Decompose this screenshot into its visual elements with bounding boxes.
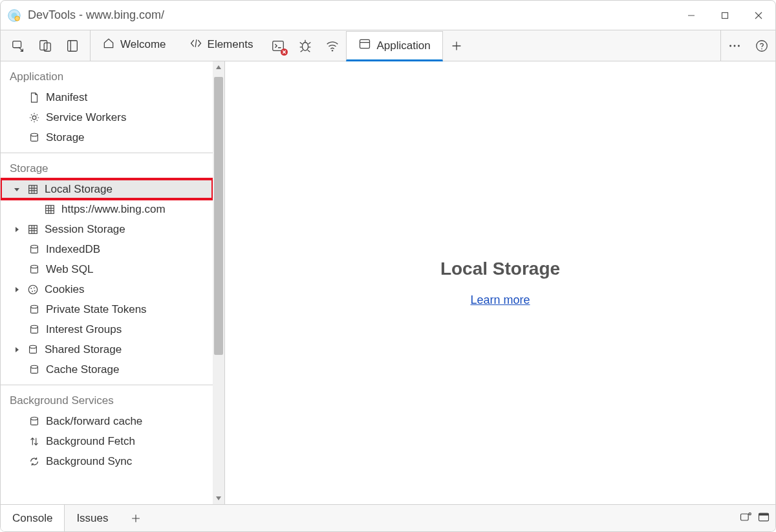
- device-emulation-icon[interactable]: [32, 30, 59, 61]
- svg-point-51: [30, 288, 32, 289]
- dock-side-icon[interactable]: [757, 511, 770, 526]
- sidebar-section-storage: Storage Local Storage https://www.bing.c…: [1, 153, 213, 379]
- svg-point-47: [31, 245, 38, 248]
- svg-marker-61: [216, 65, 221, 69]
- disclosure-triangle-collapsed-icon[interactable]: [12, 285, 21, 294]
- tab-welcome-label: Welcome: [120, 38, 166, 51]
- gear-icon: [28, 112, 41, 123]
- debugger-icon[interactable]: [292, 30, 319, 61]
- drawer-tab-console-label: Console: [12, 512, 52, 525]
- new-tab-icon[interactable]: [443, 30, 470, 61]
- application-icon: [358, 37, 371, 54]
- database-icon: [28, 264, 41, 275]
- sidebar-item-local-storage[interactable]: Local Storage: [1, 179, 213, 199]
- sidebar-item-indexeddb-label: IndexedDB: [46, 243, 100, 256]
- sidebar-scrollbar[interactable]: [213, 61, 224, 504]
- tab-elements[interactable]: Elements: [178, 30, 265, 61]
- window-title: DevTools - www.bing.com/: [28, 8, 164, 22]
- svg-marker-30: [14, 188, 19, 191]
- sidebar-section-application: Application Manifest Service Workers: [1, 61, 213, 147]
- sidebar-item-background-sync[interactable]: Background Sync: [1, 451, 213, 471]
- sidebar-item-interest-groups[interactable]: Interest Groups: [1, 319, 213, 339]
- sidebar-item-shared-storage[interactable]: Shared Storage: [1, 339, 213, 359]
- database-icon: [28, 132, 41, 144]
- svg-point-27: [761, 48, 762, 49]
- sidebar-item-local-storage-label: Local Storage: [45, 183, 113, 196]
- application-sidebar: Application Manifest Service Workers: [1, 61, 225, 504]
- more-options-icon[interactable]: [721, 30, 748, 61]
- svg-point-23: [729, 45, 731, 47]
- content-pane: Local Storage Learn more: [225, 61, 775, 504]
- devtools-app-icon: [7, 8, 21, 23]
- table-grid-icon: [43, 204, 56, 215]
- help-icon[interactable]: [748, 30, 775, 61]
- svg-line-12: [195, 39, 197, 47]
- svg-rect-42: [29, 225, 38, 233]
- svg-rect-4: [722, 12, 728, 18]
- console-errors-icon[interactable]: [264, 30, 292, 61]
- sidebar-item-cookies[interactable]: Cookies: [1, 279, 213, 299]
- devtools-toolbar: Welcome Elements Application: [1, 30, 775, 61]
- sidebar-section-storage-title: Storage: [1, 153, 213, 179]
- svg-point-24: [734, 45, 736, 47]
- window-close-button[interactable]: [742, 1, 775, 30]
- sidebar-item-indexeddb[interactable]: IndexedDB: [1, 239, 213, 259]
- drawer-tab-console[interactable]: Console: [1, 505, 65, 531]
- sidebar-item-app-storage-label: Storage: [46, 131, 85, 144]
- up-down-arrows-icon: [28, 436, 41, 447]
- inspect-element-icon[interactable]: [5, 30, 32, 61]
- svg-point-18: [332, 50, 333, 51]
- sidebar-item-local-storage-origin[interactable]: https://www.bing.com: [1, 199, 213, 219]
- code-icon: [189, 37, 202, 53]
- svg-marker-62: [216, 496, 221, 500]
- content-heading: Local Storage: [440, 259, 560, 279]
- computed-styles-icon[interactable]: [739, 511, 752, 526]
- sidebar-item-cookies-label: Cookies: [45, 283, 84, 296]
- disclosure-triangle-collapsed-icon[interactable]: [12, 225, 21, 234]
- sidebar-item-manifest-label: Manifest: [46, 91, 87, 104]
- network-conditions-icon[interactable]: [319, 30, 346, 61]
- disclosure-triangle-expanded-icon[interactable]: [12, 185, 21, 194]
- window-titlebar: DevTools - www.bing.com/: [1, 1, 775, 30]
- sidebar-item-manifest[interactable]: Manifest: [1, 87, 213, 107]
- svg-point-26: [757, 40, 768, 51]
- disclosure-triangle-collapsed-icon[interactable]: [12, 345, 21, 354]
- database-icon: [27, 344, 39, 356]
- tab-application[interactable]: Application: [346, 31, 442, 61]
- sidebar-item-cache-storage[interactable]: Cache Storage: [1, 359, 213, 379]
- sidebar-item-session-storage[interactable]: Session Storage: [1, 219, 213, 239]
- svg-rect-8: [40, 40, 47, 50]
- svg-rect-36: [46, 205, 54, 213]
- svg-point-59: [31, 365, 38, 368]
- svg-point-53: [32, 290, 33, 292]
- table-grid-icon: [27, 184, 39, 195]
- svg-rect-31: [29, 185, 38, 193]
- svg-rect-10: [68, 40, 78, 51]
- window-maximize-button[interactable]: [708, 1, 742, 30]
- svg-marker-49: [16, 287, 19, 292]
- database-icon: [28, 244, 41, 255]
- scrollbar-up-arrow-icon[interactable]: [213, 61, 224, 73]
- drawer-toolbar: Console Issues: [1, 504, 775, 531]
- sidebar-item-background-fetch[interactable]: Background Fetch: [1, 431, 213, 451]
- svg-point-48: [31, 265, 38, 268]
- sidebar-item-service-workers[interactable]: Service Workers: [1, 107, 213, 127]
- drawer-new-tab-icon[interactable]: [120, 505, 151, 531]
- drawer-tab-issues[interactable]: Issues: [65, 505, 120, 531]
- window-minimize-button[interactable]: [674, 1, 708, 30]
- scrollbar-thumb[interactable]: [214, 77, 223, 355]
- svg-point-50: [28, 285, 38, 294]
- sidebar-item-private-state-tokens[interactable]: Private State Tokens: [1, 299, 213, 319]
- learn-more-link[interactable]: Learn more: [470, 293, 530, 307]
- svg-point-28: [32, 116, 36, 120]
- svg-rect-19: [360, 39, 370, 48]
- scrollbar-down-arrow-icon[interactable]: [213, 493, 224, 504]
- sidebar-item-websql[interactable]: Web SQL: [1, 259, 213, 279]
- sidebar-item-cache-storage-label: Cache Storage: [46, 363, 119, 376]
- sidebar-item-app-storage[interactable]: Storage: [1, 127, 213, 147]
- tab-welcome[interactable]: Welcome: [91, 30, 178, 61]
- svg-marker-41: [16, 227, 19, 232]
- sidebar-item-back-forward-cache[interactable]: Back/forward cache: [1, 411, 213, 431]
- toggle-screencast-icon[interactable]: [59, 30, 86, 61]
- cookie-icon: [27, 284, 39, 295]
